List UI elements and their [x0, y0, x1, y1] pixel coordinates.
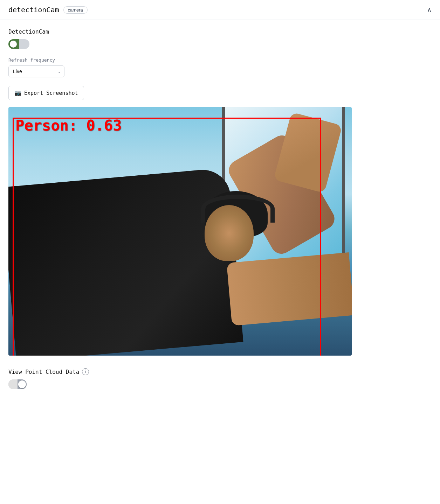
- toggle-on-part[interactable]: [8, 39, 19, 49]
- cam-person-body: [8, 168, 243, 356]
- point-cloud-label-row: View Point Cloud Data i: [8, 368, 432, 375]
- detection-cam-toggle[interactable]: [8, 39, 29, 49]
- refresh-select[interactable]: Live 1s 5s 10s 30s: [8, 65, 64, 77]
- content-area: DetectionCam Refresh frequency Live 1s 5…: [0, 20, 440, 398]
- export-btn-label: Export Screenshot: [24, 90, 78, 96]
- collapse-icon[interactable]: ∧: [427, 6, 432, 14]
- cam-tattoo-arm: [227, 252, 352, 326]
- page-container: detectionCam camera ∧ DetectionCam Refre…: [0, 0, 440, 398]
- detection-cam-title: DetectionCam: [8, 28, 432, 35]
- cam-headphones: [201, 195, 275, 223]
- point-cloud-section: View Point Cloud Data i: [8, 368, 432, 389]
- camera-badge: camera: [63, 6, 88, 14]
- cam-scene: Person: 0.63: [8, 107, 352, 356]
- header: detectionCam camera ∧: [0, 0, 440, 20]
- pc-toggle-left: [8, 379, 18, 389]
- detection-cam-toggle-container[interactable]: [8, 39, 432, 49]
- page-title: detectionCam: [8, 6, 59, 14]
- camera-feed: Person: 0.63: [8, 107, 352, 356]
- export-screenshot-button[interactable]: 📷 Export Screenshot: [8, 86, 84, 100]
- point-cloud-label-text: View Point Cloud Data: [8, 369, 79, 375]
- pc-toggle-right: [18, 379, 27, 389]
- pc-toggle-thumb: [18, 380, 26, 388]
- refresh-select-container[interactable]: Live 1s 5s 10s 30s ⌄: [8, 65, 64, 77]
- camera-icon: 📷: [14, 90, 21, 96]
- point-cloud-info-icon[interactable]: i: [82, 368, 89, 375]
- toggle-off-part[interactable]: [19, 39, 29, 49]
- info-letter: i: [84, 369, 87, 374]
- refresh-label: Refresh frequency: [8, 57, 432, 63]
- point-cloud-toggle[interactable]: [8, 379, 27, 389]
- header-left: detectionCam camera: [8, 6, 88, 14]
